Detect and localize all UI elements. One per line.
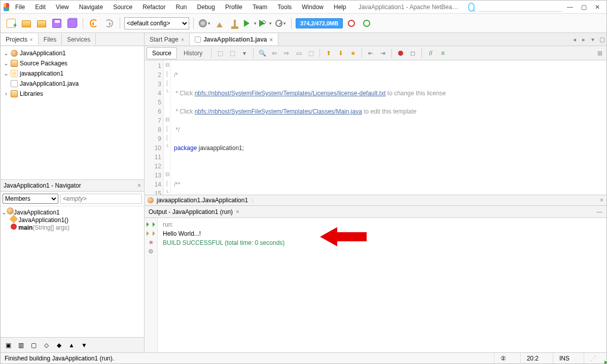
menu-help[interactable]: Help: [330, 2, 350, 13]
rerun-debug-button[interactable]: ⏵⏵: [147, 229, 155, 237]
gc-button-2[interactable]: [360, 17, 373, 30]
menu-run[interactable]: Run: [172, 2, 191, 13]
start-macro-button[interactable]: [395, 48, 406, 59]
close-icon[interactable]: ×: [270, 37, 273, 43]
rerun-button[interactable]: ⏵⏵: [147, 220, 155, 228]
twisty-icon[interactable]: ⌄: [4, 60, 9, 67]
debug-button[interactable]: ▾: [259, 17, 272, 30]
history-mode-button[interactable]: History: [178, 47, 208, 59]
menu-team[interactable]: Team: [248, 2, 271, 13]
run-button[interactable]: ▾: [243, 17, 257, 30]
tab-java-file[interactable]: JavaApplication1.java×: [190, 33, 278, 45]
save-button[interactable]: [50, 17, 63, 30]
twisty-icon[interactable]: ⌄: [4, 70, 9, 77]
source-mode-button[interactable]: Source: [147, 47, 177, 59]
browser-button[interactable]: ▾: [198, 17, 211, 30]
nav-filter-6[interactable]: ▲: [66, 340, 77, 351]
tab-start-page[interactable]: Start Page×: [145, 33, 190, 45]
window-minimize-button[interactable]: —: [564, 2, 576, 13]
breadcrumb-path[interactable]: javaapplication1.JavaApplication1: [157, 197, 248, 204]
find-selection-button[interactable]: 🔍: [257, 48, 268, 59]
uncomment-button[interactable]: ≡: [437, 48, 448, 59]
tab-services[interactable]: Services: [62, 33, 96, 45]
editor-split-button[interactable]: ⊞: [595, 50, 604, 57]
close-icon[interactable]: ×: [236, 208, 239, 215]
save-all-button[interactable]: [65, 17, 79, 30]
menu-source[interactable]: Source: [109, 2, 136, 13]
menu-tools[interactable]: Tools: [273, 2, 296, 13]
menu-debug[interactable]: Debug: [193, 2, 219, 13]
status-notifications[interactable]: ②: [494, 353, 512, 363]
menu-edit[interactable]: Edit: [31, 2, 50, 13]
menu-file[interactable]: File: [11, 2, 29, 13]
new-file-button[interactable]: [5, 17, 18, 30]
find-next-button[interactable]: ⇨: [281, 48, 292, 59]
nav-filter-5[interactable]: ◆: [53, 340, 64, 351]
undo-button[interactable]: [87, 17, 100, 30]
menu-refactor[interactable]: Refactor: [138, 2, 169, 13]
menu-navigate[interactable]: Navigate: [75, 2, 107, 13]
close-icon[interactable]: ×: [29, 37, 32, 43]
nav-fwd-button[interactable]: ⬚: [227, 48, 238, 59]
memory-usage-badge[interactable]: 374,2/472,0MB: [296, 18, 343, 28]
clean-build-button[interactable]: [228, 17, 241, 30]
project-tree[interactable]: ⌄JavaApplication1 ⌄Source Packages ⌄java…: [1, 46, 144, 179]
close-icon[interactable]: ×: [137, 182, 141, 189]
twisty-icon[interactable]: ⌄: [4, 50, 9, 57]
stop-button[interactable]: ■: [147, 238, 155, 246]
window-maximize-button[interactable]: ▢: [578, 2, 590, 13]
navigator-view-select[interactable]: Members: [3, 194, 58, 204]
nav-filter-3[interactable]: ▢: [28, 340, 39, 351]
build-button[interactable]: [213, 17, 226, 30]
new-project-button[interactable]: [20, 17, 33, 30]
close-icon[interactable]: ×: [600, 197, 603, 204]
minimize-icon[interactable]: —: [596, 208, 602, 215]
nav-filter-2[interactable]: ▥: [15, 340, 26, 351]
tab-files[interactable]: Files: [39, 33, 62, 45]
tab-scroll-right-button[interactable]: ▸: [579, 35, 588, 44]
next-bookmark-button[interactable]: ⬇: [335, 48, 346, 59]
menu-view[interactable]: View: [52, 2, 73, 13]
tab-maximize-button[interactable]: ▢: [597, 35, 606, 44]
run-config-select[interactable]: <default config>: [124, 17, 189, 29]
comment-button[interactable]: //: [425, 48, 436, 59]
output-console[interactable]: run: Hello World...! BUILD SUCCESSFUL (t…: [158, 218, 606, 352]
profile-button[interactable]: ▾: [274, 17, 287, 30]
output-settings-button[interactable]: ⚙: [147, 247, 155, 256]
menu-window[interactable]: Window: [298, 2, 328, 13]
navigator-tree[interactable]: ⌄JavaApplication1 JavaApplication1() mai…: [1, 206, 144, 338]
nav-class-node[interactable]: JavaApplication1: [14, 209, 60, 216]
libraries-node[interactable]: Libraries: [20, 90, 43, 97]
shift-left-button[interactable]: ⇤: [365, 48, 376, 59]
nav-method-node[interactable]: main(String[] args): [18, 224, 69, 231]
global-search-input[interactable]: [479, 3, 562, 12]
toggle-highlight-button[interactable]: ▭: [293, 48, 304, 59]
tab-scroll-left-button[interactable]: ◂: [570, 35, 579, 44]
nav-filter-7[interactable]: ▼: [79, 340, 90, 351]
window-close-button[interactable]: ✕: [592, 2, 603, 13]
fold-gutter[interactable]: ⊟││└⊟││└ ⊟│└⊟│└: [164, 60, 171, 195]
nav-filter-1[interactable]: ▣: [3, 340, 14, 351]
prev-bookmark-button[interactable]: ⬆: [323, 48, 334, 59]
find-prev-button[interactable]: ⇦: [269, 48, 280, 59]
nav-back-button[interactable]: ⬚: [215, 48, 226, 59]
code-editor[interactable]: 12345678910 11121314151617181920 ⊟││└⊟││…: [145, 60, 606, 195]
tab-list-button[interactable]: ▾: [588, 35, 597, 44]
gc-button[interactable]: [345, 17, 358, 30]
tab-projects[interactable]: Projects×: [1, 33, 39, 45]
project-node[interactable]: JavaApplication1: [20, 50, 66, 57]
nav-filter-4[interactable]: ◇: [41, 340, 52, 351]
toggle-rect-button[interactable]: ⬚: [305, 48, 316, 59]
search-icon[interactable]: [468, 3, 475, 12]
source-packages-node[interactable]: Source Packages: [20, 60, 67, 67]
redo-button[interactable]: [102, 17, 116, 30]
open-project-button[interactable]: [35, 17, 48, 30]
nav-last-edit-button[interactable]: ▾: [239, 48, 250, 59]
stop-macro-button[interactable]: ◻: [407, 48, 418, 59]
nav-constructor-node[interactable]: JavaApplication1(): [18, 216, 68, 224]
code-content[interactable]: /* * Click nbfs://nbhost/SystemFileSyste…: [171, 60, 606, 195]
menu-profile[interactable]: Profile: [221, 2, 246, 13]
close-icon[interactable]: ×: [181, 37, 184, 43]
shift-right-button[interactable]: ⇥: [377, 48, 388, 59]
status-insert-mode[interactable]: INS: [553, 353, 576, 363]
